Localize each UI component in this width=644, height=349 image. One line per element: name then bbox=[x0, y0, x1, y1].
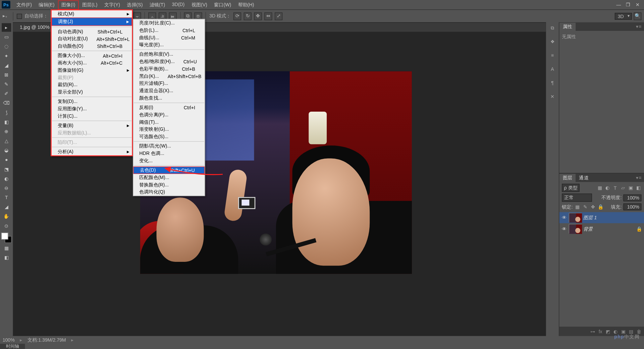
tool-14[interactable]: ● bbox=[2, 155, 11, 164]
menu-item[interactable]: HDR 色调... bbox=[133, 150, 205, 157]
menu-item[interactable]: 色调均化(Q) bbox=[133, 188, 205, 196]
menu-item[interactable]: 图像大小(I)...Alt+Ctrl+I bbox=[52, 52, 132, 59]
3d-zoom-icon[interactable]: ⤢ bbox=[275, 12, 282, 20]
tool-19[interactable]: ◢ bbox=[2, 202, 11, 211]
tool-4[interactable]: ◢ bbox=[2, 61, 11, 70]
doc-info[interactable]: 文档:1.39M/2.79M bbox=[28, 337, 66, 343]
menu-图像[interactable]: 图像(I) bbox=[58, 0, 79, 9]
layer-row[interactable]: 👁图层 1 bbox=[559, 212, 644, 223]
menu-文字[interactable]: 文字(Y) bbox=[101, 0, 124, 9]
menu-item[interactable]: 曝光度(E)... bbox=[133, 41, 205, 49]
tool-20[interactable]: ✋ bbox=[2, 212, 11, 221]
menu-item[interactable]: 计算(C)... bbox=[52, 112, 132, 120]
menu-item[interactable]: 通道混合器(X)... bbox=[133, 87, 205, 95]
menu-item[interactable]: 自动颜色(O)Shift+Ctrl+B bbox=[52, 43, 132, 50]
tool-6[interactable]: ✎ bbox=[2, 80, 11, 89]
menu-item[interactable]: 模式(M) bbox=[52, 10, 132, 18]
tab-layers[interactable]: 图层 bbox=[559, 174, 576, 182]
tool-0[interactable]: ▸ bbox=[2, 23, 11, 32]
blend-mode-combo[interactable]: 正常 bbox=[562, 193, 592, 201]
panel-strip-icon[interactable]: A bbox=[548, 65, 556, 73]
zoom-arrow-icon[interactable]: ▸ bbox=[20, 337, 22, 343]
tool-7[interactable]: ✐ bbox=[2, 89, 11, 98]
panel-menu-icon[interactable]: ▾≡ bbox=[634, 175, 644, 181]
menu-滤镜[interactable]: 滤镜(T) bbox=[146, 0, 169, 9]
tool-15[interactable]: ⬔ bbox=[2, 165, 11, 174]
layer-name[interactable]: 背景 bbox=[583, 226, 593, 232]
lock-transparent-icon[interactable]: ▦ bbox=[574, 204, 580, 210]
menu-item[interactable]: 替换颜色(R)... bbox=[133, 181, 205, 188]
panel-strip-icon[interactable]: ⧉ bbox=[548, 24, 556, 32]
zoom-level[interactable]: 100% bbox=[3, 337, 15, 342]
tool-11[interactable]: ⊕ bbox=[2, 127, 11, 136]
auto-select-checkbox[interactable] bbox=[17, 13, 22, 18]
3d-orbit-icon[interactable]: ⟳ bbox=[233, 12, 241, 20]
menu-item[interactable]: 照片滤镜(F)... bbox=[133, 80, 205, 87]
tool-21[interactable]: ⊙ bbox=[2, 222, 11, 230]
menu-item[interactable]: 变化... bbox=[133, 157, 205, 165]
layer-thumbnail[interactable] bbox=[569, 213, 582, 222]
panel-strip-icon[interactable]: ¶ bbox=[548, 79, 556, 87]
tool-16[interactable]: ◐ bbox=[2, 174, 11, 183]
layer-row[interactable]: 👁背景🔒 bbox=[559, 223, 644, 234]
menu-item[interactable]: 裁切(R)... bbox=[52, 81, 132, 89]
panel-strip-icon[interactable]: ≡ bbox=[548, 52, 556, 59]
tool-3[interactable]: ✦ bbox=[2, 52, 11, 60]
menu-编辑[interactable]: 编辑(E) bbox=[35, 0, 58, 9]
timeline-tab[interactable]: 时间轴 bbox=[0, 344, 25, 349]
menu-item[interactable]: 分析(A) bbox=[52, 148, 132, 156]
visibility-icon[interactable]: 👁 bbox=[561, 215, 567, 220]
3d-slide-icon[interactable]: ⇔ bbox=[264, 12, 272, 20]
opacity-input[interactable]: 100% bbox=[623, 194, 641, 201]
lock-paint-icon[interactable]: ✎ bbox=[582, 204, 588, 210]
menu-item[interactable]: 色阶(L)...Ctrl+L bbox=[133, 26, 205, 34]
close-button[interactable]: ✕ bbox=[633, 2, 642, 8]
menu-item[interactable]: 应用图像(Y)... bbox=[52, 105, 132, 113]
workspace-combo[interactable]: 3D bbox=[615, 13, 632, 19]
menu-item[interactable]: 变量(B) bbox=[52, 122, 132, 129]
visibility-icon[interactable]: 👁 bbox=[561, 226, 567, 231]
menu-item[interactable]: 曲线(U)...Ctrl+M bbox=[133, 34, 205, 41]
fill-input[interactable]: 100% bbox=[623, 203, 641, 210]
3d-roll-icon[interactable]: ↻ bbox=[244, 12, 252, 20]
quickmask-icon[interactable]: ◧ bbox=[2, 253, 11, 262]
menu-视图[interactable]: 视图(V) bbox=[188, 0, 211, 9]
menu-item[interactable]: 渐变映射(G)... bbox=[133, 126, 205, 133]
layer-name[interactable]: 图层 1 bbox=[583, 215, 597, 221]
tool-9[interactable]: ⟆ bbox=[2, 108, 11, 117]
filter-shape-icon[interactable]: ▱ bbox=[620, 185, 626, 191]
menu-窗口[interactable]: 窗口(W) bbox=[211, 0, 234, 9]
tool-17[interactable]: ⊖ bbox=[2, 184, 11, 192]
menu-item[interactable]: 画布大小(S)...Alt+Ctrl+C bbox=[52, 59, 132, 67]
filter-pixel-icon[interactable]: ▦ bbox=[597, 185, 603, 191]
maximize-button[interactable]: ❐ bbox=[623, 2, 633, 8]
tool-13[interactable]: ◒ bbox=[2, 146, 11, 155]
filter-toggle-icon[interactable]: ◧ bbox=[635, 185, 641, 191]
menu-item[interactable]: 自动对比度(U)Alt+Shift+Ctrl+L bbox=[52, 35, 132, 43]
menu-item[interactable]: 阈值(T)... bbox=[133, 118, 205, 126]
menu-3d[interactable]: 3D(D) bbox=[168, 0, 188, 9]
menu-item[interactable]: 匹配颜色(M)... bbox=[133, 174, 205, 181]
menu-item[interactable]: 复制(D)... bbox=[52, 98, 132, 105]
tab-channels[interactable]: 通道 bbox=[576, 174, 592, 182]
3d-pan-icon[interactable]: ✥ bbox=[254, 12, 262, 20]
menu-item[interactable]: 反相(I)Ctrl+I bbox=[133, 104, 205, 111]
minimize-button[interactable]: — bbox=[614, 2, 623, 8]
quickmask-icon[interactable]: ▦ bbox=[2, 244, 11, 252]
panel-strip-icon[interactable]: ✕ bbox=[548, 93, 556, 101]
menu-item[interactable]: 自动色调(N)Shift+Ctrl+L bbox=[52, 28, 132, 35]
menu-item[interactable]: 可选颜色(S)... bbox=[133, 133, 205, 140]
layer-mask-icon[interactable]: ◩ bbox=[606, 329, 610, 334]
tool-18[interactable]: T bbox=[2, 193, 11, 202]
menu-帮助[interactable]: 帮助(H) bbox=[234, 0, 257, 9]
docinfo-arrow-icon[interactable]: ▸ bbox=[71, 337, 74, 343]
menu-item[interactable]: 调整(J) bbox=[52, 17, 132, 25]
menu-item[interactable]: 显示全部(V) bbox=[52, 89, 132, 96]
tool-10[interactable]: ◧ bbox=[2, 118, 11, 126]
menu-item[interactable]: 阴影/高光(W)... bbox=[133, 142, 205, 150]
search-icon[interactable]: 🔍 bbox=[634, 12, 641, 20]
menu-item[interactable]: 亮度/对比度(C)... bbox=[133, 19, 205, 27]
menu-选择[interactable]: 选择(S) bbox=[123, 0, 146, 9]
menu-item[interactable]: 色相/饱和度(H)...Ctrl+U bbox=[133, 58, 205, 65]
filter-adj-icon[interactable]: ◐ bbox=[604, 185, 610, 191]
